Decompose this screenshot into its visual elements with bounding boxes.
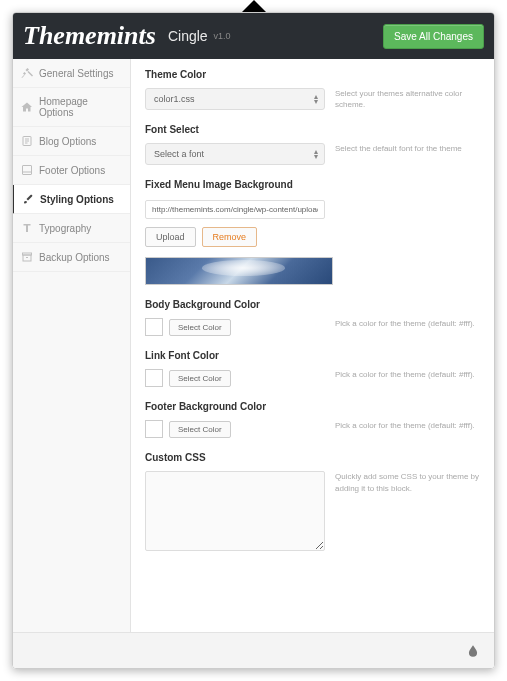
- hint-text: Pick a color for the theme (default: #ff…: [335, 420, 482, 431]
- sidebar-item-label: Backup Options: [39, 252, 110, 263]
- brush-icon: [22, 193, 34, 205]
- theme-color-select[interactable]: color1.css ▴▾: [145, 88, 325, 110]
- layout-icon: [21, 164, 33, 176]
- sidebar-item-typography[interactable]: Typography: [13, 214, 130, 243]
- home-icon: [21, 101, 33, 113]
- content-area: Theme Color color1.css ▴▾ Select your th…: [131, 59, 494, 632]
- sidebar-item-footer-options[interactable]: Footer Options: [13, 156, 130, 185]
- hint-text: Pick a color for the theme (default: #ff…: [335, 318, 482, 329]
- sidebar-item-label: Homepage Options: [39, 96, 122, 118]
- sidebar-item-backup-options[interactable]: Backup Options: [13, 243, 130, 272]
- sidebar-item-label: General Settings: [39, 68, 114, 79]
- section-link-font-color: Link Font Color Select Color Pick a colo…: [145, 350, 482, 387]
- section-custom-css: Custom CSS Quickly add some CSS to your …: [145, 452, 482, 551]
- document-icon: [21, 135, 33, 147]
- panel-body: General Settings Homepage Options Blog O…: [13, 59, 494, 632]
- sidebar: General Settings Homepage Options Blog O…: [13, 59, 131, 632]
- select-arrows-icon: ▴▾: [314, 149, 318, 159]
- hint-text: Select your themes alternative color sch…: [335, 88, 482, 110]
- upload-button[interactable]: Upload: [145, 227, 196, 247]
- color-swatch: [145, 369, 163, 387]
- sidebar-item-homepage-options[interactable]: Homepage Options: [13, 88, 130, 127]
- section-footer-bg-color: Footer Background Color Select Color Pic…: [145, 401, 482, 438]
- section-fixed-menu-bg: Fixed Menu Image Background Upload Remov…: [145, 179, 482, 285]
- select-color-button[interactable]: Select Color: [169, 370, 231, 387]
- tooltip-pointer: [242, 0, 266, 12]
- sidebar-item-blog-options[interactable]: Blog Options: [13, 127, 130, 156]
- section-label: Fixed Menu Image Background: [145, 179, 482, 190]
- sidebar-item-label: Typography: [39, 223, 91, 234]
- hint-text: Pick a color for the theme (default: #ff…: [335, 369, 482, 380]
- sidebar-item-label: Styling Options: [40, 194, 114, 205]
- type-icon: [21, 222, 33, 234]
- select-color-button[interactable]: Select Color: [169, 421, 231, 438]
- panel-header: Thememints Cingle v1.0 Save All Changes: [13, 13, 494, 59]
- font-select[interactable]: Select a font ▴▾: [145, 143, 325, 165]
- hint-text: Quickly add some CSS to your theme by ad…: [335, 471, 482, 493]
- theme-version: v1.0: [214, 31, 231, 41]
- options-panel: Thememints Cingle v1.0 Save All Changes …: [12, 12, 495, 669]
- remove-button[interactable]: Remove: [202, 227, 258, 247]
- hint-text: Select the default font for the theme: [335, 143, 482, 154]
- section-label: Font Select: [145, 124, 482, 135]
- select-value: Select a font: [154, 149, 204, 159]
- select-value: color1.css: [154, 94, 195, 104]
- color-swatch: [145, 420, 163, 438]
- color-swatch: [145, 318, 163, 336]
- section-label: Link Font Color: [145, 350, 482, 361]
- tools-icon: [21, 67, 33, 79]
- sidebar-item-label: Blog Options: [39, 136, 96, 147]
- brand-logo: Thememints: [23, 21, 156, 51]
- theme-name: Cingle: [168, 28, 208, 44]
- save-all-button[interactable]: Save All Changes: [383, 24, 484, 49]
- select-arrows-icon: ▴▾: [314, 94, 318, 104]
- section-label: Footer Background Color: [145, 401, 482, 412]
- custom-css-textarea[interactable]: [145, 471, 325, 551]
- svg-rect-4: [23, 166, 32, 175]
- droplet-icon[interactable]: [466, 644, 480, 658]
- section-label: Custom CSS: [145, 452, 482, 463]
- sidebar-item-general-settings[interactable]: General Settings: [13, 59, 130, 88]
- archive-icon: [21, 251, 33, 263]
- section-theme-color: Theme Color color1.css ▴▾ Select your th…: [145, 69, 482, 110]
- section-label: Theme Color: [145, 69, 482, 80]
- section-body-bg-color: Body Background Color Select Color Pick …: [145, 299, 482, 336]
- select-color-button[interactable]: Select Color: [169, 319, 231, 336]
- sidebar-item-styling-options[interactable]: Styling Options: [13, 185, 130, 214]
- section-label: Body Background Color: [145, 299, 482, 310]
- image-url-input[interactable]: [145, 200, 325, 219]
- section-font-select: Font Select Select a font ▴▾ Select the …: [145, 124, 482, 165]
- image-preview: [145, 257, 333, 285]
- sidebar-item-label: Footer Options: [39, 165, 105, 176]
- panel-footer: [13, 632, 494, 668]
